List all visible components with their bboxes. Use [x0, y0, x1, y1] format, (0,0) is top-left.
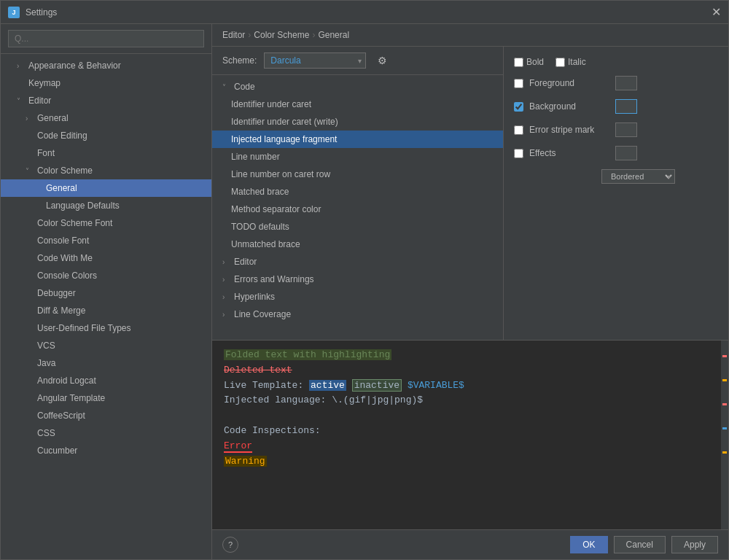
expand-icon: › — [222, 293, 231, 301]
scheme-panel: Scheme: Darcula Default High Contrast ▾ … — [212, 47, 504, 340]
close-button[interactable]: ✕ — [712, 5, 721, 19]
sidebar-item-debugger[interactable]: Debugger — [1, 284, 211, 302]
preview-error-text: Error — [224, 440, 252, 453]
sidebar-item-font[interactable]: Font — [1, 144, 211, 162]
sidebar-item-diff-merge[interactable]: Diff & Merge — [1, 302, 211, 319]
error-stripe-color-box[interactable] — [615, 122, 637, 137]
scheme-tree-code-label: Code — [234, 82, 255, 92]
scheme-tree-unmatched[interactable]: Unmatched brace — [212, 236, 503, 253]
sidebar-label-diff-merge: Diff & Merge — [37, 306, 85, 316]
scheme-row: Scheme: Darcula Default High Contrast ▾ … — [212, 47, 503, 75]
sidebar-item-general-selected[interactable]: General — [1, 179, 211, 197]
sidebar-label-user-defined: User-Defined File Types — [37, 323, 131, 333]
scheme-tree-matched-brace[interactable]: Matched brace — [212, 183, 503, 201]
sidebar-item-keymap[interactable]: Keymap — [1, 74, 211, 92]
sidebar-label-angular: Angular Template — [37, 393, 105, 403]
sidebar-item-language-defaults[interactable]: Language Defaults — [1, 197, 211, 214]
help-button[interactable]: ? — [222, 537, 238, 553]
bottom-bar: ? OK Cancel Apply — [212, 529, 728, 559]
sidebar-item-general[interactable]: › General — [1, 109, 211, 127]
app-icon: J — [8, 7, 20, 18]
main-panel: Editor › Color Scheme › General Scheme: … — [212, 24, 728, 559]
scheme-tree-code[interactable]: ˅ Code — [212, 78, 503, 96]
preview-scrollbar[interactable] — [721, 341, 728, 529]
sidebar-item-console-font[interactable]: Console Font — [1, 232, 211, 249]
background-color-box[interactable] — [615, 99, 637, 114]
effect-type-select[interactable]: Bordered Underscored — [601, 169, 675, 184]
sidebar-label-cucumber: Cucumber — [37, 446, 77, 456]
background-checkbox[interactable] — [514, 102, 523, 112]
italic-checkbox[interactable] — [555, 58, 565, 67]
scheme-tree-errors-label: Errors and Warnings — [234, 274, 314, 284]
sidebar-label-code-editing: Code Editing — [37, 131, 87, 141]
preview-variable: $VARIABLE$ — [408, 380, 464, 391]
preview-line-warning: Warning — [224, 454, 717, 470]
preview-live-active: active — [309, 380, 346, 391]
preview-inspections-label: Code Inspections: — [224, 425, 321, 436]
preview-deleted-text: Deleted text — [224, 365, 292, 376]
italic-checkbox-item: Italic — [555, 57, 586, 67]
sidebar-item-css[interactable]: CSS — [1, 424, 211, 442]
scheme-tree-hyperlinks[interactable]: › Hyperlinks — [212, 288, 503, 306]
scheme-select-wrapper: Darcula Default High Contrast ▾ — [264, 52, 366, 69]
sidebar-item-code-with-me[interactable]: Code With Me — [1, 249, 211, 267]
apply-button[interactable]: Apply — [671, 536, 718, 553]
sidebar-item-color-scheme-font[interactable]: Color Scheme Font — [1, 214, 211, 232]
scrollbar-marks — [722, 355, 727, 454]
breadcrumb-sep1: › — [248, 30, 251, 40]
sidebar-label-java: Java — [37, 358, 55, 368]
sidebar-item-appearance[interactable]: › Appearance & Behavior — [1, 57, 211, 74]
sidebar-item-color-scheme[interactable]: ˅ Color Scheme — [1, 162, 211, 179]
scheme-tree-line-coverage[interactable]: › Line Coverage — [212, 306, 503, 323]
sidebar: › Appearance & Behavior Keymap ˅ Editor — [1, 24, 212, 559]
sidebar-item-cucumber[interactable]: Cucumber — [1, 442, 211, 459]
scheme-tree-matched-brace-label: Matched brace — [231, 187, 289, 197]
effects-row: Effects — [514, 146, 718, 160]
sidebar-item-coffeescript[interactable]: CoffeeScript — [1, 407, 211, 424]
scheme-tree-errors[interactable]: › Errors and Warnings — [212, 271, 503, 288]
foreground-checkbox[interactable] — [514, 79, 523, 88]
sidebar-item-code-editing[interactable]: Code Editing — [1, 127, 211, 144]
sidebar-item-user-defined[interactable]: User-Defined File Types — [1, 319, 211, 337]
search-input[interactable] — [8, 30, 204, 47]
foreground-label: Foreground — [529, 78, 609, 88]
cancel-button[interactable]: Cancel — [614, 536, 666, 553]
breadcrumb-editor: Editor — [222, 30, 245, 40]
expand-icon: › — [26, 114, 34, 122]
sidebar-tree: › Appearance & Behavior Keymap ˅ Editor — [1, 54, 211, 559]
scheme-tree-identifier-write[interactable]: Identifier under caret (write) — [212, 113, 503, 131]
gear-button[interactable]: ⚙ — [373, 53, 391, 68]
preview-line-injected: Injected language: \.(gif|jpg|png)$ — [224, 393, 717, 408]
scheme-tree-line-number[interactable]: Line number — [212, 148, 503, 166]
preview-warning-text: Warning — [224, 456, 267, 467]
sidebar-item-vcs[interactable]: VCS — [1, 337, 211, 354]
scheme-tree-line-number-caret[interactable]: Line number on caret row — [212, 166, 503, 183]
scheme-tree-line-coverage-label: Line Coverage — [234, 309, 291, 319]
sidebar-item-editor[interactable]: ˅ Editor — [1, 92, 211, 109]
ok-button[interactable]: OK — [570, 536, 607, 553]
sidebar-label-font: Font — [37, 148, 55, 158]
sidebar-item-java[interactable]: Java — [1, 354, 211, 372]
scheme-select[interactable]: Darcula Default High Contrast — [264, 52, 366, 69]
sidebar-item-angular[interactable]: Angular Template — [1, 389, 211, 407]
error-stripe-checkbox[interactable] — [514, 125, 523, 135]
scheme-tree-method-sep[interactable]: Method separator color — [212, 201, 503, 218]
scheme-tree-editor-section[interactable]: › Editor — [212, 253, 503, 271]
background-label: Background — [529, 101, 609, 112]
scheme-tree-todo[interactable]: TODO defaults — [212, 218, 503, 236]
expand-icon: ˅ — [17, 97, 26, 105]
scheme-tree-identifier[interactable]: Identifier under caret — [212, 96, 503, 113]
italic-label: Italic — [568, 57, 586, 67]
sidebar-label-general-editor: General — [37, 113, 69, 123]
sidebar-label-color-scheme: Color Scheme — [37, 166, 93, 176]
sidebar-item-console-colors[interactable]: Console Colors — [1, 267, 211, 284]
scheme-tree-injected[interactable]: Injected language fragment — [212, 131, 503, 148]
effects-checkbox[interactable] — [514, 149, 523, 158]
bold-checkbox[interactable] — [514, 58, 523, 67]
preview-line-empty — [224, 408, 717, 424]
scheme-tree-line-number-label: Line number — [231, 152, 280, 162]
effects-color-box[interactable] — [615, 146, 637, 160]
sidebar-label-coffeescript: CoffeeScript — [37, 411, 85, 421]
sidebar-item-android-logcat[interactable]: Android Logcat — [1, 372, 211, 389]
foreground-color-box[interactable] — [615, 76, 637, 90]
